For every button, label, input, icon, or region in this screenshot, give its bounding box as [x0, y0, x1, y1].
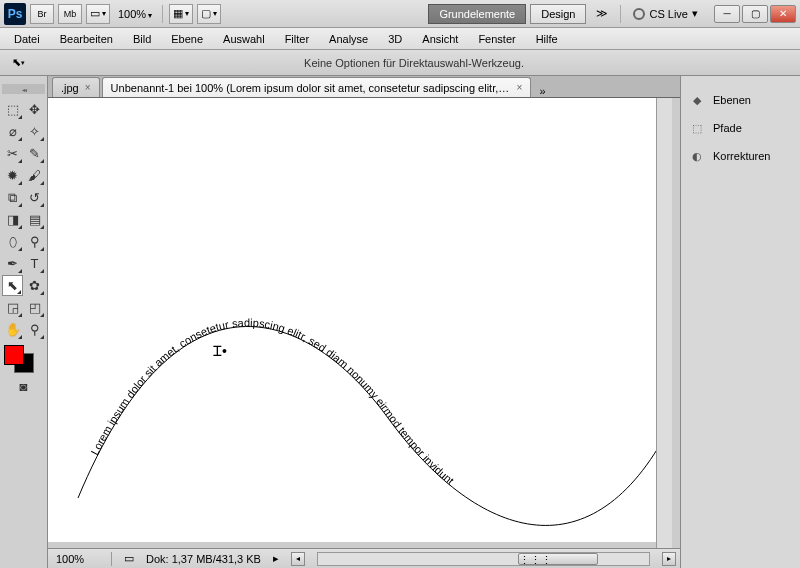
menu-filter[interactable]: Filter	[275, 30, 319, 48]
3d-camera-tool[interactable]: ◰	[24, 297, 45, 318]
extras-dropdown[interactable]: ▭	[86, 4, 110, 24]
brush-tool[interactable]: 🖌	[24, 165, 45, 186]
panel-label: Pfade	[713, 122, 742, 134]
tab-label: .jpg	[61, 82, 79, 94]
screen-icon: ▢	[201, 7, 211, 20]
scroll-thumb[interactable]: ⋮⋮⋮	[518, 553, 598, 565]
type-tool[interactable]: T	[24, 253, 45, 274]
pen-tool[interactable]: ✒	[2, 253, 23, 274]
adjustments-icon: ◐	[689, 148, 705, 164]
cs-live-label: CS Live	[649, 8, 688, 20]
menu-datei[interactable]: Datei	[4, 30, 50, 48]
tab-1[interactable]: .jpg ×	[52, 77, 100, 97]
toolbox: ⬚ ✥ ⌀ ✧ ✂ ✎ ✹ 🖌 ⧉ ↺ ◨ ▤ ⬯ ⚲ ✒ T ⬉ ✿ ◲ ◰ …	[0, 76, 48, 568]
menu-analyse[interactable]: Analyse	[319, 30, 378, 48]
menu-auswahl[interactable]: Auswahl	[213, 30, 275, 48]
color-swatches[interactable]	[2, 345, 40, 375]
menu-3d[interactable]: 3D	[378, 30, 412, 48]
lasso-tool[interactable]: ⌀	[2, 121, 23, 142]
chevron-down-icon: ▾	[692, 7, 698, 20]
main-area: ⬚ ✥ ⌀ ✧ ✂ ✎ ✹ 🖌 ⧉ ↺ ◨ ▤ ⬯ ⚲ ✒ T ⬉ ✿ ◲ ◰ …	[0, 76, 800, 568]
text-on-path[interactable]: Lorem ipsum dolor sit amet, consetetur s…	[58, 268, 656, 542]
blur-tool[interactable]: ⬯	[2, 231, 23, 252]
paths-icon: ⬚	[689, 120, 705, 136]
zoom-dropdown[interactable]: 100%	[114, 8, 156, 20]
menu-bar: Datei Bearbeiten Bild Ebene Auswahl Filt…	[0, 28, 800, 50]
status-dok: Dok: 1,37 MB/431,3 KB	[146, 553, 261, 565]
3d-tool[interactable]: ◲	[2, 297, 23, 318]
gradient-tool[interactable]: ▤	[24, 209, 45, 230]
bridge-button[interactable]: Br	[30, 4, 54, 24]
tab-label: Unbenannt-1 bei 100% (Lorem ipsum dolor …	[111, 82, 511, 94]
app-icon: Ps	[4, 3, 26, 25]
cslive-icon	[633, 8, 645, 20]
panel-label: Korrekturen	[713, 150, 770, 162]
canvas-wrap: Lorem ipsum dolor sit amet, consetetur s…	[48, 98, 680, 548]
workspace-design[interactable]: Design	[530, 4, 586, 24]
screenmode-dropdown[interactable]: ▢	[197, 4, 221, 24]
hand-tool[interactable]: ✋	[2, 319, 23, 340]
horizontal-scrollbar[interactable]: ⋮⋮⋮	[317, 552, 650, 566]
dodge-tool[interactable]: ⚲	[24, 231, 45, 252]
menu-ebene[interactable]: Ebene	[161, 30, 213, 48]
close-button[interactable]: ✕	[770, 5, 796, 23]
status-bar: 100% ▭ Dok: 1,37 MB/431,3 KB ▸ ◂ ⋮⋮⋮ ▸	[48, 548, 680, 568]
marquee-tool[interactable]: ⬚	[2, 99, 23, 120]
tab-2[interactable]: Unbenannt-1 bei 100% (Lorem ipsum dolor …	[102, 77, 532, 97]
svg-text:Lorem ipsum dolor sit amet, co: Lorem ipsum dolor sit amet, consetetur s…	[88, 316, 456, 486]
title-bar: Ps Br Mb ▭ 100% ▦ ▢ Grundelemente Design…	[0, 0, 800, 28]
menu-hilfe[interactable]: Hilfe	[526, 30, 568, 48]
stamp-tool[interactable]: ⧉	[2, 187, 23, 208]
maximize-button[interactable]: ▢	[742, 5, 768, 23]
shape-tool[interactable]: ✿	[24, 275, 45, 296]
tab-close-icon[interactable]: ×	[85, 82, 91, 93]
document-tabs: .jpg × Unbenannt-1 bei 100% (Lorem ipsum…	[48, 76, 680, 98]
options-bar: ⬉▾ Keine Optionen für Direktauswahl-Werk…	[0, 50, 800, 76]
document-area: .jpg × Unbenannt-1 bei 100% (Lorem ipsum…	[48, 76, 680, 568]
canvas[interactable]: Lorem ipsum dolor sit amet, consetetur s…	[48, 98, 656, 542]
menu-fenster[interactable]: Fenster	[468, 30, 525, 48]
menu-ansicht[interactable]: Ansicht	[412, 30, 468, 48]
right-panel: ◆ Ebenen ⬚ Pfade ◐ Korrekturen	[680, 76, 800, 568]
vertical-scrollbar[interactable]	[656, 98, 672, 548]
arrange-dropdown[interactable]: ▦	[169, 4, 193, 24]
current-tool-icon[interactable]: ⬉▾	[8, 53, 28, 73]
text-cursor-icon: Ꮖ•	[213, 343, 227, 360]
minibridge-button[interactable]: Mb	[58, 4, 82, 24]
toolbox-collapse[interactable]	[2, 84, 45, 94]
path-text-content: Lorem ipsum dolor sit amet, consetetur s…	[88, 316, 456, 486]
panel-korrekturen[interactable]: ◐ Korrekturen	[685, 142, 796, 170]
wand-tool[interactable]: ✧	[24, 121, 45, 142]
window-controls: ─ ▢ ✕	[714, 5, 796, 23]
tabs-overflow[interactable]: »	[533, 85, 551, 97]
minimize-button[interactable]: ─	[714, 5, 740, 23]
menu-bearbeiten[interactable]: Bearbeiten	[50, 30, 123, 48]
cs-live-button[interactable]: CS Live ▾	[627, 7, 704, 20]
grid-icon: ▦	[173, 7, 183, 20]
eyedropper-tool[interactable]: ✎	[24, 143, 45, 164]
panel-ebenen[interactable]: ◆ Ebenen	[685, 86, 796, 114]
status-zoom[interactable]: 100%	[52, 552, 112, 566]
menu-bild[interactable]: Bild	[123, 30, 161, 48]
tab-close-icon[interactable]: ×	[517, 82, 523, 93]
options-text: Keine Optionen für Direktauswahl-Werkzeu…	[36, 57, 792, 69]
quickmask-toggle[interactable]: ◙	[2, 376, 45, 397]
move-tool[interactable]: ✥	[24, 99, 45, 120]
scroll-right-button[interactable]: ▸	[662, 552, 676, 566]
fg-color[interactable]	[4, 345, 24, 365]
zoom-tool[interactable]: ⚲	[24, 319, 45, 340]
panel-label: Ebenen	[713, 94, 751, 106]
history-brush-tool[interactable]: ↺	[24, 187, 45, 208]
heal-tool[interactable]: ✹	[2, 165, 23, 186]
crop-tool[interactable]: ✂	[2, 143, 23, 164]
separator	[162, 5, 163, 23]
status-arrow-icon[interactable]: ▸	[273, 552, 279, 565]
scroll-left-button[interactable]: ◂	[291, 552, 305, 566]
filmstrip-icon: ▭	[90, 7, 100, 20]
workspace-grundelemente[interactable]: Grundelemente	[428, 4, 526, 24]
layers-icon: ◆	[689, 92, 705, 108]
workspace-more[interactable]: ≫	[590, 4, 614, 23]
panel-pfade[interactable]: ⬚ Pfade	[685, 114, 796, 142]
eraser-tool[interactable]: ◨	[2, 209, 23, 230]
direct-selection-tool[interactable]: ⬉	[2, 275, 23, 296]
